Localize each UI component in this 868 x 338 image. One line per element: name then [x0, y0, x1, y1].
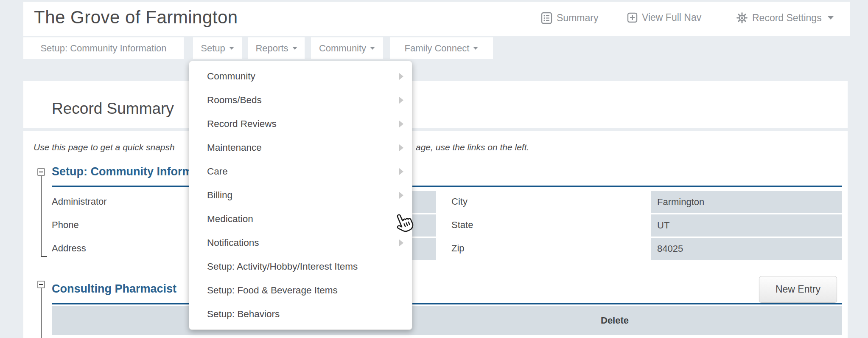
table-header-delete: Delete [601, 306, 629, 335]
new-entry-button[interactable]: New Entry [759, 276, 837, 303]
collapse-toggle-icon[interactable] [37, 281, 45, 288]
nav-item-reports[interactable]: Reports [248, 37, 305, 59]
summary-label: Summary [557, 12, 598, 24]
menu-item-setup-activity-hobby-interest-items[interactable]: Setup: Activity/Hobby/Interest Items [189, 255, 412, 279]
caret-down-icon [229, 47, 234, 50]
submenu-arrow-icon [399, 168, 403, 175]
menu-item-record-reviews[interactable]: Record Reviews [189, 112, 412, 136]
nav-item-family-connect[interactable]: Family Connect [390, 37, 493, 59]
tree-connector-line [41, 288, 42, 338]
menu-item-setup-behaviors[interactable]: Setup: Behaviors [189, 302, 412, 326]
menu-item-rooms-beds[interactable]: Rooms/Beds [189, 88, 412, 112]
plus-square-icon [627, 12, 638, 23]
nav-item-community[interactable]: Community [311, 37, 383, 59]
field-row: Administrator City Farmington [23, 191, 848, 213]
field-value-zip: 84025 [651, 238, 842, 260]
submenu-arrow-icon [399, 121, 403, 127]
view-full-nav-button[interactable]: View Full Nav [627, 12, 701, 23]
field-label-state: State [451, 220, 473, 231]
page-title: Record Summary [52, 100, 174, 118]
view-full-nav-label: View Full Nav [642, 12, 701, 23]
nav-item-setup[interactable]: Setup [193, 37, 242, 59]
nav-item-label: Reports [255, 43, 288, 54]
menu-item-medication[interactable]: Medication [189, 207, 412, 231]
submenu-arrow-icon [399, 73, 403, 80]
caret-down-icon [292, 47, 297, 50]
menu-item-label: Record Reviews [207, 118, 277, 130]
caret-down-icon [828, 16, 834, 20]
field-value-state: UT [651, 214, 842, 237]
menu-item-label: Setup: Behaviors [207, 309, 280, 320]
page-title-band: Record Summary [23, 81, 848, 128]
menu-item-label: Maintenance [207, 142, 262, 153]
menu-item-maintenance[interactable]: Maintenance [189, 136, 412, 160]
menu-item-label: Community [207, 71, 255, 82]
nav-item-label: Setup: Community Information [40, 43, 166, 54]
page-description-left: Use this page to get a quick snapsh [34, 142, 175, 152]
menu-item-label: Medication [207, 214, 253, 225]
app-window: The Grove of Farmington Summary [0, 0, 868, 338]
submenu-arrow-icon [399, 239, 403, 246]
submenu-arrow-icon [399, 97, 403, 104]
list-icon [541, 12, 552, 24]
nav-item-label: Setup [201, 43, 225, 54]
nav-item-setup-community-information[interactable]: Setup: Community Information [23, 37, 184, 59]
field-label-city: City [451, 196, 468, 207]
menu-item-label: Care [207, 166, 228, 177]
setup-dropdown-menu: Community Rooms/Beds Record Reviews Main… [189, 61, 412, 330]
menu-item-care[interactable]: Care [189, 160, 412, 183]
page-description-right: age, use the links on the left. [416, 142, 529, 152]
menu-item-community[interactable]: Community [189, 65, 412, 88]
section-link-consulting-pharmacist[interactable]: Consulting Pharmacist [52, 282, 176, 296]
community-title: The Grove of Farmington [34, 7, 238, 28]
caret-down-icon [473, 47, 478, 50]
menu-item-label: Rooms/Beds [207, 95, 262, 106]
record-settings-button[interactable]: Record Settings [736, 12, 834, 24]
menu-item-billing[interactable]: Billing [189, 183, 412, 207]
section-underline [52, 303, 842, 304]
header-bar: The Grove of Farmington Summary [23, 2, 850, 36]
submenu-arrow-icon [399, 216, 403, 223]
field-label-phone: Phone [52, 220, 79, 231]
menu-item-setup-food-beverage-items[interactable]: Setup: Food & Beverage Items [189, 279, 412, 302]
menu-item-label: Setup: Food & Beverage Items [207, 285, 338, 296]
field-row: Address Zip 84025 [23, 238, 848, 260]
field-label-administrator: Administrator [52, 196, 107, 207]
menu-item-notifications[interactable]: Notifications [189, 231, 412, 255]
table-header-row: Delete [52, 306, 842, 335]
nav-item-label: Family Connect [405, 43, 470, 54]
content-panel: Use this page to get a quick snapsh age,… [23, 131, 848, 338]
section-underline [52, 186, 842, 187]
collapse-toggle-icon[interactable] [37, 168, 45, 176]
menu-item-label: Setup: Activity/Hobby/Interest Items [207, 261, 358, 272]
field-label-zip: Zip [451, 243, 465, 254]
menu-item-label: Notifications [207, 237, 259, 248]
field-row: Phone State UT [23, 214, 848, 237]
submenu-arrow-icon [399, 192, 403, 199]
field-label-address: Address [52, 243, 86, 254]
nav-item-label: Community [319, 43, 366, 54]
field-value-city: Farmington [651, 191, 842, 213]
menu-item-label: Billing [207, 190, 232, 201]
caret-down-icon [370, 47, 375, 50]
submenu-arrow-icon [399, 144, 403, 151]
summary-button[interactable]: Summary [541, 12, 598, 24]
record-settings-label: Record Settings [752, 12, 822, 24]
gear-icon [736, 12, 748, 24]
